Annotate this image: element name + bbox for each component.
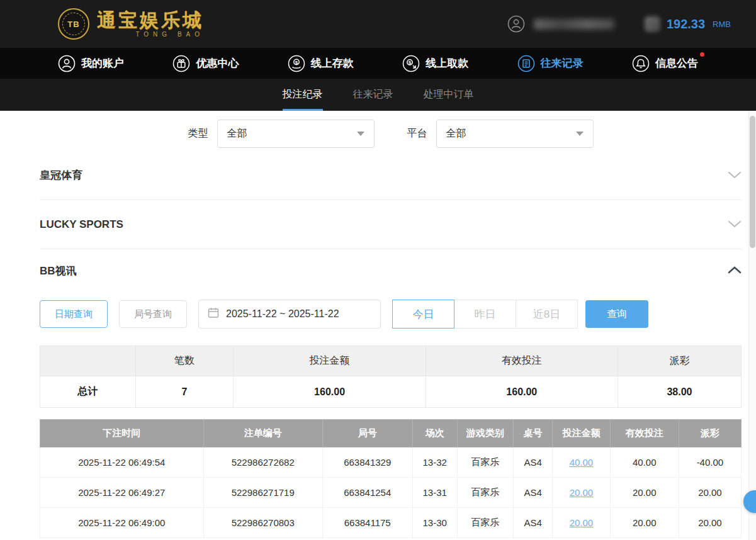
col-round-id: 局号 xyxy=(322,420,412,447)
table-row: 2025-11-22 06:49:27 522986271719 6638412… xyxy=(40,478,742,508)
chevron-down-icon xyxy=(728,219,742,230)
tab-betting-records[interactable]: 投注纪录 xyxy=(283,79,323,111)
scrollbar-thumb[interactable] xyxy=(750,116,755,248)
nav-label: 线上存款 xyxy=(311,56,354,70)
main-nav: 我的账户 优惠中心 $ 线上存款 $ xyxy=(0,48,756,79)
summary-valid-bet: 160.00 xyxy=(426,376,618,408)
cell-bet-time: 2025-11-22 06:49:54 xyxy=(40,447,204,478)
section-title: LUCKY SPORTS xyxy=(40,218,123,231)
cell-valid-bet: 40.00 xyxy=(610,447,679,478)
calendar-icon xyxy=(208,307,219,321)
date-query-button[interactable]: 日期查询 xyxy=(40,300,108,328)
cell-valid-bet: 20.00 xyxy=(610,508,679,538)
cell-bet-id: 522986271719 xyxy=(203,478,322,508)
logo-badge-text: TB xyxy=(62,13,85,35)
summary-header-row: 笔数 投注金额 有效投注 派彩 xyxy=(40,346,742,376)
yesterday-button[interactable]: 昨日 xyxy=(454,300,516,329)
summary-total-row: 总计 7 160.00 160.00 38.00 xyxy=(40,376,742,408)
summary-payout: 38.00 xyxy=(618,376,741,408)
date-range-input[interactable]: 2025-11-22 ~ 2025-11-22 xyxy=(198,300,381,329)
date-range-value: 2025-11-22 ~ 2025-11-22 xyxy=(226,308,339,320)
cell-table-no: AS4 xyxy=(513,508,552,538)
logo-chip-icon: TB xyxy=(58,8,89,40)
type-select-value: 全部 xyxy=(227,127,247,140)
col-valid-bet: 有效投注 xyxy=(610,420,679,447)
col-bet-id: 注单编号 xyxy=(203,420,322,447)
cell-round-id: 663841329 xyxy=(322,447,412,478)
summary-header-payout: 派彩 xyxy=(618,346,741,376)
col-game-type: 游戏类别 xyxy=(457,420,513,447)
filter-bar: 类型 全部 平台 全部 xyxy=(40,120,742,148)
user-icon xyxy=(58,55,76,72)
cell-bet-time: 2025-11-22 06:49:00 xyxy=(40,508,204,538)
table-header-row: 下注时间 注单编号 局号 场次 游戏类别 桌号 投注金额 有效投注 派彩 xyxy=(40,420,742,447)
section-title: BB视讯 xyxy=(40,264,77,278)
cell-game-type: 百家乐 xyxy=(457,478,513,508)
logo[interactable]: TB 通宝娱乐城 TONG BAO xyxy=(58,8,204,40)
cell-session: 13-31 xyxy=(412,478,457,508)
gift-icon xyxy=(172,55,190,72)
nav-item-my-account[interactable]: 我的账户 xyxy=(58,55,124,72)
sub-nav: 投注纪录 往来记录 处理中订单 xyxy=(0,79,756,111)
col-bet-time: 下注时间 xyxy=(40,420,204,447)
last-8-days-button[interactable]: 近8日 xyxy=(516,300,578,329)
query-bar: 日期查询 局号查询 2025-11-22 ~ 2025-11-22 今日 昨日 … xyxy=(40,300,742,329)
avatar-icon xyxy=(507,15,525,33)
cell-payout: -40.00 xyxy=(679,447,741,478)
caret-down-icon xyxy=(576,132,584,136)
summary-bet-amount: 160.00 xyxy=(234,376,426,408)
summary-count: 7 xyxy=(135,376,234,408)
bell-icon xyxy=(632,55,650,72)
col-payout: 派彩 xyxy=(679,420,741,447)
cell-bet-id: 522986270803 xyxy=(203,508,322,538)
section-crown-sports[interactable]: 皇冠体育 xyxy=(40,151,742,200)
summary-header-valid-bet: 有效投注 xyxy=(426,346,618,376)
chevron-up-icon xyxy=(728,265,742,276)
balance-currency: RMB xyxy=(713,20,731,29)
nav-item-promotions[interactable]: 优惠中心 xyxy=(172,55,239,72)
bet-amount-link[interactable]: 20.00 xyxy=(570,487,594,498)
platform-filter-label: 平台 xyxy=(407,127,427,140)
type-select[interactable]: 全部 xyxy=(217,120,375,148)
nav-label: 线上取款 xyxy=(426,56,468,70)
section-bb-video[interactable]: BB视讯 xyxy=(40,249,742,292)
scrollbar[interactable] xyxy=(748,111,756,540)
chevron-down-icon xyxy=(728,170,742,181)
cell-valid-bet: 20.00 xyxy=(610,478,679,508)
logo-title: 通宝娱乐城 xyxy=(97,10,204,30)
withdraw-icon: $ xyxy=(402,55,420,72)
tab-transaction-records[interactable]: 往来记录 xyxy=(353,79,393,111)
summary-corner-cell xyxy=(40,346,136,376)
records-icon xyxy=(517,55,535,72)
tab-processing-orders[interactable]: 处理中订单 xyxy=(424,79,474,111)
table-row: 2025-11-22 06:49:00 522986270803 6638411… xyxy=(40,508,742,538)
cell-round-id: 663841175 xyxy=(322,508,412,538)
nav-item-online-deposit[interactable]: $ 线上存款 xyxy=(288,55,354,72)
bet-amount-link[interactable]: 40.00 xyxy=(570,457,594,468)
col-session: 场次 xyxy=(412,420,457,447)
section-title: 皇冠体育 xyxy=(40,168,82,183)
section-lucky-sports[interactable]: LUCKY SPORTS xyxy=(40,200,742,249)
cell-session: 13-32 xyxy=(412,447,457,478)
logo-subtitle: TONG BAO xyxy=(97,31,204,38)
cell-bet-id: 522986272682 xyxy=(203,447,322,478)
notification-dot xyxy=(700,52,704,57)
nav-item-online-withdrawal[interactable]: $ 线上取款 xyxy=(402,55,468,72)
balance-amount: 192.33 xyxy=(667,17,705,31)
cell-payout: 20.00 xyxy=(679,478,741,508)
today-button[interactable]: 今日 xyxy=(392,300,454,329)
table-row: 2025-11-22 06:49:54 522986272682 6638413… xyxy=(40,447,742,478)
nav-item-announcements[interactable]: 信息公告 xyxy=(632,55,698,72)
search-button[interactable]: 查询 xyxy=(585,300,648,328)
bet-records-table: 下注时间 注单编号 局号 场次 游戏类别 桌号 投注金额 有效投注 派彩 202… xyxy=(40,419,742,538)
summary-table: 笔数 投注金额 有效投注 派彩 总计 7 160.00 160.00 38.00 xyxy=(40,346,742,408)
cell-payout: 20.00 xyxy=(679,508,741,538)
cell-table-no: AS4 xyxy=(513,447,552,478)
cell-game-type: 百家乐 xyxy=(457,508,513,538)
platform-select[interactable]: 全部 xyxy=(436,120,594,148)
nav-item-transaction-records[interactable]: 往来记录 xyxy=(517,55,584,72)
bet-amount-link[interactable]: 20.00 xyxy=(570,517,594,528)
round-query-button[interactable]: 局号查询 xyxy=(119,300,187,328)
cell-game-type: 百家乐 xyxy=(457,447,513,478)
svg-text:$: $ xyxy=(295,59,298,65)
